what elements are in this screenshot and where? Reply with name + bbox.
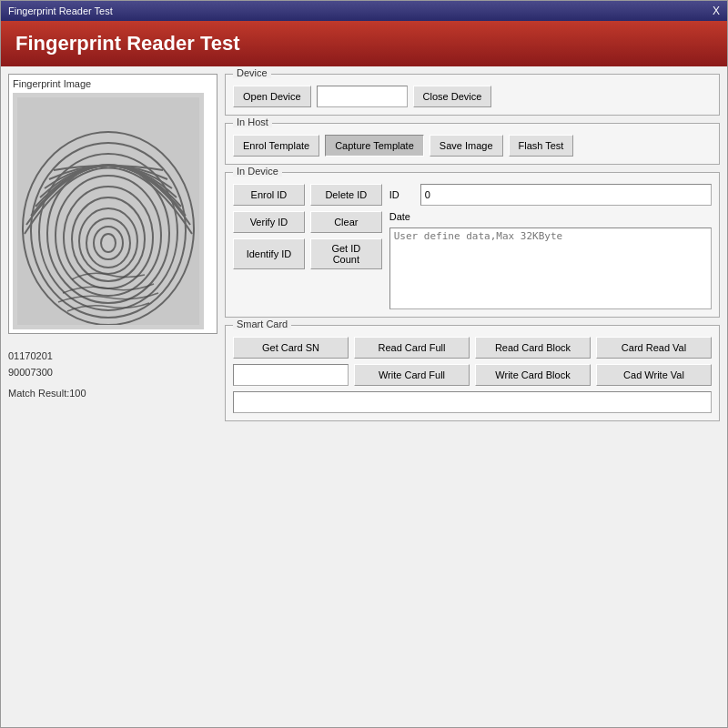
device-group-label: Device <box>233 67 271 78</box>
id-row: ID <box>389 184 712 206</box>
device-info: 01170201 90007300 Match Result:100 <box>8 349 217 402</box>
fingerprint-svg <box>17 97 199 325</box>
left-panel: Fingerprint Image <box>8 74 217 720</box>
close-device-button[interactable]: Close Device <box>413 86 492 107</box>
verify-id-button[interactable]: Verify ID <box>233 211 305 233</box>
in-device-group: In Device Enrol ID Delete ID Verify ID C… <box>225 172 720 318</box>
date-row: Date <box>389 211 712 222</box>
card-read-val-button[interactable]: Card Read Val <box>596 337 712 359</box>
clear-button[interactable]: Clear <box>310 211 382 233</box>
serial1-text: 01170201 <box>8 349 217 365</box>
main-window: Fingerprint Reader Test X Fingerprint Re… <box>0 0 728 728</box>
app-title: Fingerprint Reader Test <box>15 32 240 55</box>
fingerprint-section: Fingerprint Image <box>8 74 217 334</box>
device-row: Open Device Close Device <box>233 86 712 107</box>
close-button[interactable]: X <box>713 5 720 17</box>
smart-card-row2: Write Card Full Write Card Block Cad Wri… <box>233 364 712 386</box>
id-input[interactable] <box>420 184 712 206</box>
read-card-full-button[interactable]: Read Card Full <box>354 337 470 359</box>
bottom-input-row <box>233 391 712 413</box>
in-device-label: In Device <box>233 166 282 177</box>
title-bar-text: Fingerprint Reader Test <box>8 5 113 16</box>
delete-id-button[interactable]: Delete ID <box>310 184 382 206</box>
smart-card-group: Smart Card Get Card SN Read Card Full Re… <box>225 325 720 421</box>
capture-template-button[interactable]: Capture Template <box>325 135 424 157</box>
write-card-full-button[interactable]: Write Card Full <box>354 364 470 386</box>
right-panel: Device Open Device Close Device In Host … <box>225 74 720 720</box>
id-label: ID <box>389 189 417 200</box>
bottom-input[interactable] <box>233 391 712 413</box>
in-host-group: In Host Enrol Template Capture Template … <box>225 123 720 165</box>
serial2-text: 90007300 <box>8 365 217 381</box>
device-group: Device Open Device Close Device <box>225 74 720 116</box>
get-id-count-button[interactable]: Get ID Count <box>310 238 382 269</box>
enrol-template-button[interactable]: Enrol Template <box>233 135 319 157</box>
save-image-button[interactable]: Save Image <box>430 135 503 157</box>
app-header: Fingerprint Reader Test <box>1 21 727 66</box>
smart-card-grid: Get Card SN Read Card Full Read Card Blo… <box>233 337 712 359</box>
get-card-sn-button[interactable]: Get Card SN <box>233 337 349 359</box>
card-input[interactable] <box>233 364 349 386</box>
read-card-block-button[interactable]: Read Card Block <box>475 337 591 359</box>
fingerprint-image <box>13 93 204 329</box>
match-result-text: Match Result:100 <box>8 386 217 402</box>
identify-id-button[interactable]: Identify ID <box>233 238 305 269</box>
date-label: Date <box>389 211 417 222</box>
data-textarea[interactable] <box>389 228 712 309</box>
open-device-button[interactable]: Open Device <box>233 86 311 107</box>
cad-write-val-button[interactable]: Cad Write Val <box>596 364 712 386</box>
main-content: Fingerprint Image <box>1 66 727 727</box>
in-device-grid: Enrol ID Delete ID Verify ID Clear Ident… <box>233 184 712 309</box>
enrol-id-button[interactable]: Enrol ID <box>233 184 305 206</box>
in-host-label: In Host <box>233 116 272 127</box>
flash-test-button[interactable]: Flash Test <box>509 135 574 157</box>
device-right-inputs: ID Date <box>389 184 712 309</box>
fingerprint-label: Fingerprint Image <box>13 78 213 89</box>
write-card-block-button[interactable]: Write Card Block <box>475 364 591 386</box>
host-row: Enrol Template Capture Template Save Ima… <box>233 135 712 157</box>
device-left-buttons: Enrol ID Delete ID Verify ID Clear Ident… <box>233 184 382 309</box>
smart-card-label: Smart Card <box>233 318 291 329</box>
device-input[interactable] <box>317 86 408 107</box>
title-bar: Fingerprint Reader Test X <box>1 1 727 21</box>
